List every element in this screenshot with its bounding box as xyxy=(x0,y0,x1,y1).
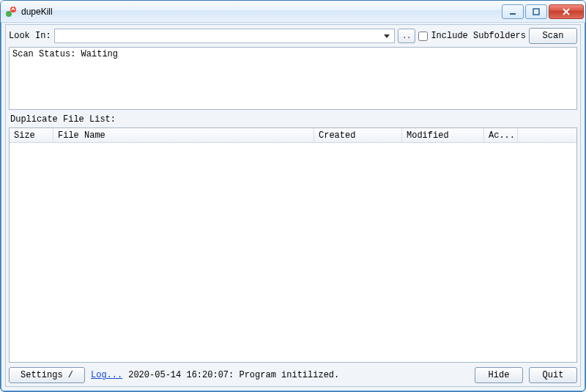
scan-status-box: Scan Status: Waiting xyxy=(9,47,577,110)
table-body[interactable] xyxy=(10,143,576,362)
window-title: dupeKill xyxy=(21,7,502,17)
hide-button[interactable]: Hide xyxy=(475,367,523,383)
log-message: 2020-05-14 16:20:07: Program initilized. xyxy=(128,370,339,380)
col-action[interactable]: Ac... xyxy=(484,128,518,142)
duplicate-list-label: Duplicate File List: xyxy=(9,113,577,125)
include-subfolders-group[interactable]: Include Subfolders xyxy=(418,31,526,41)
scan-button[interactable]: Scan xyxy=(529,28,577,44)
col-file-name[interactable]: File Name xyxy=(53,128,314,142)
quit-button[interactable]: Quit xyxy=(529,367,577,383)
minimize-button[interactable] xyxy=(502,4,524,19)
include-subfolders-checkbox[interactable] xyxy=(418,32,428,41)
duplicate-file-list[interactable]: Size File Name Created Modified Ac... xyxy=(9,127,577,363)
footer-bar: Settings / Log... 2020-05-14 16:20:07: P… xyxy=(9,366,577,383)
close-icon xyxy=(562,8,571,15)
window-frame: dupeKill Look In: xyxy=(0,0,586,392)
svg-rect-4 xyxy=(510,13,516,15)
col-spacer xyxy=(518,128,576,142)
svg-point-0 xyxy=(6,11,12,17)
browse-button[interactable]: .. xyxy=(398,29,415,43)
close-button[interactable] xyxy=(549,4,584,19)
lookin-label: Look In: xyxy=(9,31,51,41)
dupekill-app-icon xyxy=(5,6,17,18)
col-modified[interactable]: Modified xyxy=(402,128,484,142)
maximize-button[interactable] xyxy=(525,4,547,19)
client-area: Look In: .. Include Subfolders Scan Scan… xyxy=(5,24,581,387)
lookin-input[interactable] xyxy=(56,30,382,42)
maximize-icon xyxy=(533,8,540,15)
minimize-icon xyxy=(509,8,516,15)
titlebar[interactable]: dupeKill xyxy=(1,1,585,23)
col-created[interactable]: Created xyxy=(314,128,402,142)
svg-marker-8 xyxy=(384,34,390,38)
lookin-combo[interactable] xyxy=(54,29,396,43)
chevron-down-icon[interactable] xyxy=(381,30,393,42)
scan-status-text: Scan Status: Waiting xyxy=(12,49,118,59)
settings-button[interactable]: Settings / xyxy=(9,367,85,383)
include-subfolders-label: Include Subfolders xyxy=(431,31,526,41)
lookin-row: Look In: .. Include Subfolders Scan xyxy=(9,28,577,44)
table-header: Size File Name Created Modified Ac... xyxy=(10,128,576,143)
window-controls xyxy=(502,4,584,19)
svg-rect-5 xyxy=(533,9,539,15)
col-size[interactable]: Size xyxy=(10,128,53,142)
log-link[interactable]: Log... xyxy=(91,370,122,380)
